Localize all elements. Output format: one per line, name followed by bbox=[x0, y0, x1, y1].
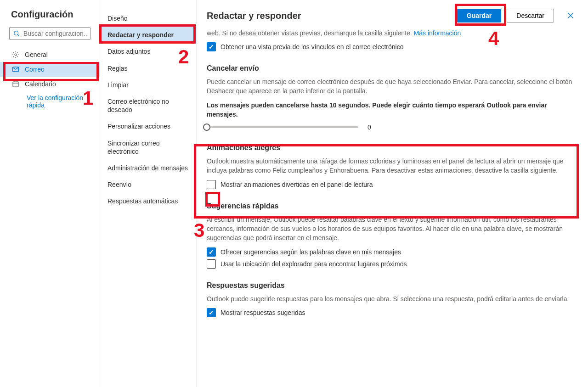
settings-sidebar: Configuración General Correo bbox=[0, 0, 100, 387]
suggested-replies-heading: Respuestas sugeridas bbox=[207, 281, 578, 290]
joyful-heading: Animaciones alegres bbox=[207, 144, 578, 152]
joyful-label: Mostrar animaciones divertidas en el pan… bbox=[220, 181, 373, 188]
svg-rect-4 bbox=[13, 82, 18, 87]
svg-point-0 bbox=[14, 31, 18, 35]
sidebar-label-mail: Correo bbox=[25, 66, 45, 73]
link-preview-checkbox[interactable] bbox=[207, 42, 216, 51]
settings-title: Configuración bbox=[0, 9, 100, 27]
joyful-checkbox[interactable] bbox=[207, 180, 216, 189]
content-area[interactable]: web. Si no desea obtener vistas previas,… bbox=[197, 29, 588, 387]
mail-icon bbox=[12, 66, 19, 73]
slider-value: 0 bbox=[368, 123, 371, 131]
browser-location-label: Usar la ubicación del explorador para en… bbox=[220, 260, 407, 268]
quick-suggestions-desc: Al escribir un mensaje, Outlook puede re… bbox=[207, 215, 578, 243]
sidebar-item-calendar[interactable]: Calendario bbox=[0, 77, 100, 91]
page-title: Redactar y responder bbox=[207, 11, 452, 21]
cancel-send-desc: Puede cancelar un mensaje de correo elec… bbox=[207, 77, 578, 96]
search-settings[interactable] bbox=[9, 27, 90, 40]
main-header: Redactar y responder Guardar Descartar bbox=[197, 0, 588, 29]
midnav-compose-reply[interactable]: Redactar y responder bbox=[100, 27, 196, 43]
quick-settings-link[interactable]: Ver la configuración rápida bbox=[0, 91, 100, 112]
slider-thumb[interactable] bbox=[203, 123, 210, 131]
sidebar-item-mail[interactable]: Correo bbox=[0, 62, 100, 77]
suggested-replies-checkbox[interactable] bbox=[207, 308, 216, 317]
sidebar-label-general: General bbox=[25, 51, 48, 58]
link-preview-label: Obtener una vista previa de los vínculos… bbox=[220, 43, 403, 50]
midnav-rules[interactable]: Reglas bbox=[100, 60, 196, 77]
gear-icon bbox=[12, 51, 19, 58]
keyword-suggestions-checkbox[interactable] bbox=[207, 247, 216, 257]
main-panel: Redactar y responder Guardar Descartar w… bbox=[197, 0, 588, 387]
undo-send-slider[interactable] bbox=[207, 126, 358, 128]
keyword-suggestions-label: Ofrecer sugerencias según las palabras c… bbox=[220, 248, 401, 256]
svg-point-2 bbox=[15, 54, 17, 56]
suggested-replies-desc: Outlook puede sugerirle respuestas para … bbox=[207, 294, 578, 303]
midnav-auto-replies[interactable]: Respuestas automáticas bbox=[100, 193, 196, 209]
link-preview-intro: web. Si no desea obtener vistas previas,… bbox=[207, 29, 578, 37]
close-button[interactable] bbox=[563, 8, 578, 23]
calendar-icon bbox=[12, 80, 19, 88]
midnav-attachments[interactable]: Datos adjuntos bbox=[100, 43, 196, 60]
suggested-replies-label: Mostrar respuestas sugeridas bbox=[220, 309, 305, 316]
close-icon bbox=[567, 12, 574, 19]
save-button[interactable]: Guardar bbox=[457, 9, 501, 22]
discard-button[interactable]: Descartar bbox=[507, 9, 554, 22]
sidebar-label-calendar: Calendario bbox=[25, 80, 56, 88]
search-icon bbox=[13, 30, 20, 37]
joyful-desc: Outlook muestra automáticamente una ráfa… bbox=[207, 157, 578, 175]
midnav-message-handling[interactable]: Administración de mensajes bbox=[100, 160, 196, 176]
quick-suggestions-heading: Sugerencias rápidas bbox=[207, 202, 578, 210]
midnav-forwarding[interactable]: Reenvío bbox=[100, 176, 196, 193]
sidebar-item-general[interactable]: General bbox=[0, 47, 100, 62]
cancel-send-heading: Cancelar envío bbox=[207, 64, 578, 73]
search-input[interactable] bbox=[23, 30, 104, 37]
more-info-link[interactable]: Más información bbox=[414, 29, 461, 37]
cancel-send-bold: Los mensajes pueden cancelarse hasta 10 … bbox=[207, 101, 578, 119]
midnav-junk[interactable]: Correo electrónico no deseado bbox=[100, 93, 196, 118]
svg-line-1 bbox=[18, 35, 20, 37]
midnav-design[interactable]: Diseño bbox=[100, 10, 196, 27]
midnav-sweep[interactable]: Limpiar bbox=[100, 77, 196, 93]
browser-location-checkbox[interactable] bbox=[207, 259, 216, 269]
midnav-customize-actions[interactable]: Personalizar acciones bbox=[100, 118, 196, 135]
midnav-sync-email[interactable]: Sincronizar correo electrónico bbox=[100, 135, 196, 160]
mail-settings-nav: Diseño Redactar y responder Datos adjunt… bbox=[100, 0, 197, 387]
